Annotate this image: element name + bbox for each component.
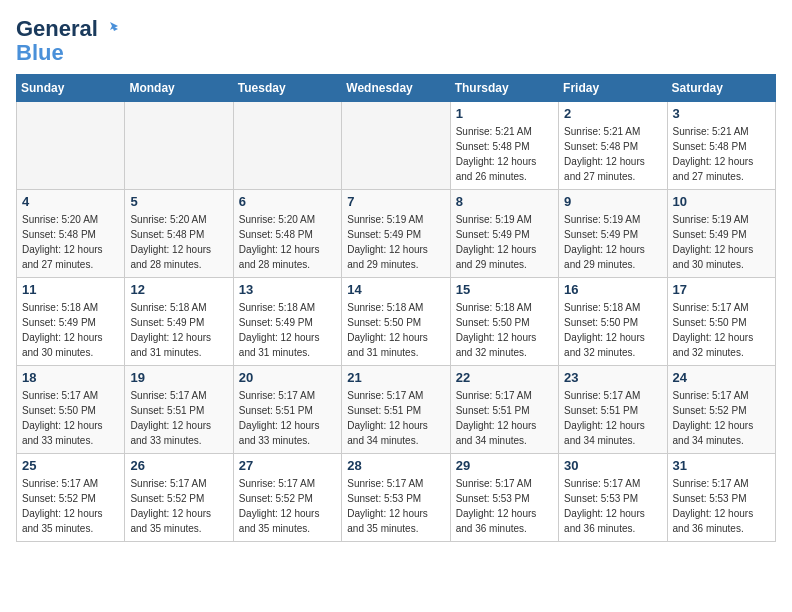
sunrise-text: Sunrise: 5:17 AM	[673, 478, 749, 489]
calendar-cell-9: 9 Sunrise: 5:19 AM Sunset: 5:49 PM Dayli…	[559, 190, 667, 278]
daylight-text: Daylight: 12 hours and 27 minutes.	[564, 156, 645, 182]
day-number: 6	[239, 194, 336, 209]
day-info: Sunrise: 5:18 AM Sunset: 5:49 PM Dayligh…	[239, 300, 336, 360]
daylight-text: Daylight: 12 hours and 33 minutes.	[239, 420, 320, 446]
day-number: 27	[239, 458, 336, 473]
day-info: Sunrise: 5:21 AM Sunset: 5:48 PM Dayligh…	[673, 124, 770, 184]
day-info: Sunrise: 5:17 AM Sunset: 5:51 PM Dayligh…	[347, 388, 444, 448]
calendar-cell-23: 23 Sunrise: 5:17 AM Sunset: 5:51 PM Dayl…	[559, 366, 667, 454]
sunrise-text: Sunrise: 5:17 AM	[239, 390, 315, 401]
sunset-text: Sunset: 5:49 PM	[130, 317, 204, 328]
weekday-header-wednesday: Wednesday	[342, 75, 450, 102]
day-info: Sunrise: 5:17 AM Sunset: 5:52 PM Dayligh…	[22, 476, 119, 536]
sunset-text: Sunset: 5:51 PM	[564, 405, 638, 416]
day-info: Sunrise: 5:17 AM Sunset: 5:50 PM Dayligh…	[22, 388, 119, 448]
calendar-cell-16: 16 Sunrise: 5:18 AM Sunset: 5:50 PM Dayl…	[559, 278, 667, 366]
weekday-header-monday: Monday	[125, 75, 233, 102]
weekday-header-thursday: Thursday	[450, 75, 558, 102]
sunrise-text: Sunrise: 5:17 AM	[456, 390, 532, 401]
sunrise-text: Sunrise: 5:18 AM	[564, 302, 640, 313]
day-info: Sunrise: 5:20 AM Sunset: 5:48 PM Dayligh…	[130, 212, 227, 272]
daylight-text: Daylight: 12 hours and 31 minutes.	[239, 332, 320, 358]
sunrise-text: Sunrise: 5:17 AM	[347, 478, 423, 489]
day-info: Sunrise: 5:17 AM Sunset: 5:52 PM Dayligh…	[673, 388, 770, 448]
calendar-cell-25: 25 Sunrise: 5:17 AM Sunset: 5:52 PM Dayl…	[17, 454, 125, 542]
day-number: 26	[130, 458, 227, 473]
day-number: 19	[130, 370, 227, 385]
daylight-text: Daylight: 12 hours and 34 minutes.	[347, 420, 428, 446]
day-info: Sunrise: 5:19 AM Sunset: 5:49 PM Dayligh…	[456, 212, 553, 272]
daylight-text: Daylight: 12 hours and 31 minutes.	[347, 332, 428, 358]
sunset-text: Sunset: 5:51 PM	[239, 405, 313, 416]
sunset-text: Sunset: 5:53 PM	[564, 493, 638, 504]
logo-bird-icon	[100, 20, 120, 38]
daylight-text: Daylight: 12 hours and 29 minutes.	[456, 244, 537, 270]
day-info: Sunrise: 5:17 AM Sunset: 5:51 PM Dayligh…	[456, 388, 553, 448]
day-info: Sunrise: 5:17 AM Sunset: 5:50 PM Dayligh…	[673, 300, 770, 360]
daylight-text: Daylight: 12 hours and 32 minutes.	[456, 332, 537, 358]
day-number: 21	[347, 370, 444, 385]
day-info: Sunrise: 5:20 AM Sunset: 5:48 PM Dayligh…	[239, 212, 336, 272]
sunrise-text: Sunrise: 5:17 AM	[239, 478, 315, 489]
day-number: 25	[22, 458, 119, 473]
calendar-cell-7: 7 Sunrise: 5:19 AM Sunset: 5:49 PM Dayli…	[342, 190, 450, 278]
sunset-text: Sunset: 5:50 PM	[347, 317, 421, 328]
day-number: 17	[673, 282, 770, 297]
weekday-header-friday: Friday	[559, 75, 667, 102]
sunset-text: Sunset: 5:48 PM	[239, 229, 313, 240]
calendar-cell-28: 28 Sunrise: 5:17 AM Sunset: 5:53 PM Dayl…	[342, 454, 450, 542]
sunrise-text: Sunrise: 5:17 AM	[673, 390, 749, 401]
sunrise-text: Sunrise: 5:17 AM	[347, 390, 423, 401]
sunset-text: Sunset: 5:49 PM	[239, 317, 313, 328]
calendar-cell-24: 24 Sunrise: 5:17 AM Sunset: 5:52 PM Dayl…	[667, 366, 775, 454]
day-number: 10	[673, 194, 770, 209]
sunset-text: Sunset: 5:49 PM	[673, 229, 747, 240]
daylight-text: Daylight: 12 hours and 36 minutes.	[673, 508, 754, 534]
sunrise-text: Sunrise: 5:20 AM	[239, 214, 315, 225]
day-info: Sunrise: 5:17 AM Sunset: 5:52 PM Dayligh…	[239, 476, 336, 536]
day-number: 13	[239, 282, 336, 297]
day-number: 24	[673, 370, 770, 385]
daylight-text: Daylight: 12 hours and 36 minutes.	[564, 508, 645, 534]
daylight-text: Daylight: 12 hours and 30 minutes.	[673, 244, 754, 270]
calendar-cell-22: 22 Sunrise: 5:17 AM Sunset: 5:51 PM Dayl…	[450, 366, 558, 454]
calendar-week-1: 1 Sunrise: 5:21 AM Sunset: 5:48 PM Dayli…	[17, 102, 776, 190]
sunrise-text: Sunrise: 5:17 AM	[130, 478, 206, 489]
calendar-cell-8: 8 Sunrise: 5:19 AM Sunset: 5:49 PM Dayli…	[450, 190, 558, 278]
daylight-text: Daylight: 12 hours and 32 minutes.	[564, 332, 645, 358]
sunset-text: Sunset: 5:51 PM	[456, 405, 530, 416]
sunset-text: Sunset: 5:52 PM	[130, 493, 204, 504]
day-number: 18	[22, 370, 119, 385]
calendar-cell-14: 14 Sunrise: 5:18 AM Sunset: 5:50 PM Dayl…	[342, 278, 450, 366]
sunset-text: Sunset: 5:50 PM	[22, 405, 96, 416]
daylight-text: Daylight: 12 hours and 28 minutes.	[130, 244, 211, 270]
calendar-cell-11: 11 Sunrise: 5:18 AM Sunset: 5:49 PM Dayl…	[17, 278, 125, 366]
sunrise-text: Sunrise: 5:18 AM	[239, 302, 315, 313]
calendar-cell-21: 21 Sunrise: 5:17 AM Sunset: 5:51 PM Dayl…	[342, 366, 450, 454]
sunrise-text: Sunrise: 5:19 AM	[564, 214, 640, 225]
page-header: General Blue	[16, 16, 776, 64]
daylight-text: Daylight: 12 hours and 29 minutes.	[347, 244, 428, 270]
calendar-cell-3: 3 Sunrise: 5:21 AM Sunset: 5:48 PM Dayli…	[667, 102, 775, 190]
sunrise-text: Sunrise: 5:17 AM	[564, 390, 640, 401]
sunrise-text: Sunrise: 5:17 AM	[564, 478, 640, 489]
day-number: 16	[564, 282, 661, 297]
day-number: 14	[347, 282, 444, 297]
day-info: Sunrise: 5:17 AM Sunset: 5:53 PM Dayligh…	[564, 476, 661, 536]
sunset-text: Sunset: 5:48 PM	[130, 229, 204, 240]
day-info: Sunrise: 5:21 AM Sunset: 5:48 PM Dayligh…	[456, 124, 553, 184]
daylight-text: Daylight: 12 hours and 29 minutes.	[564, 244, 645, 270]
calendar-cell-6: 6 Sunrise: 5:20 AM Sunset: 5:48 PM Dayli…	[233, 190, 341, 278]
day-number: 5	[130, 194, 227, 209]
calendar-week-4: 18 Sunrise: 5:17 AM Sunset: 5:50 PM Dayl…	[17, 366, 776, 454]
calendar-cell-26: 26 Sunrise: 5:17 AM Sunset: 5:52 PM Dayl…	[125, 454, 233, 542]
day-info: Sunrise: 5:17 AM Sunset: 5:51 PM Dayligh…	[130, 388, 227, 448]
day-number: 28	[347, 458, 444, 473]
day-info: Sunrise: 5:20 AM Sunset: 5:48 PM Dayligh…	[22, 212, 119, 272]
day-info: Sunrise: 5:17 AM Sunset: 5:52 PM Dayligh…	[130, 476, 227, 536]
day-info: Sunrise: 5:19 AM Sunset: 5:49 PM Dayligh…	[347, 212, 444, 272]
sunrise-text: Sunrise: 5:21 AM	[456, 126, 532, 137]
day-number: 2	[564, 106, 661, 121]
day-number: 20	[239, 370, 336, 385]
daylight-text: Daylight: 12 hours and 35 minutes.	[239, 508, 320, 534]
